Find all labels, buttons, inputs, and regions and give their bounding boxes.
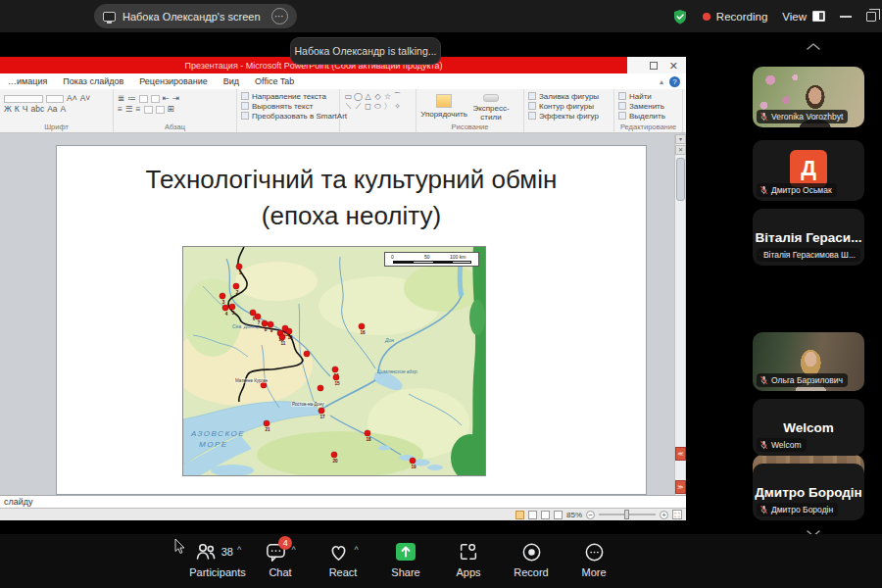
participant-tile-2[interactable]: Віталія Гераси...Віталія Герасимова Ш... [753,209,864,266]
shape-glyph-2[interactable]: △ [364,92,372,101]
bold-icon[interactable]: Ж [4,105,12,114]
ppt-menu-tab-0[interactable]: …имация [0,74,55,89]
participant-tile-0[interactable]: Veronika Vorozhbyt [753,67,864,127]
scroll-up-icon[interactable]: ▾ [675,134,686,144]
more-button[interactable]: More [563,536,625,578]
scrollbar-thumb[interactable] [676,158,685,201]
map-label-4: Цимлянское вдхр. [377,368,418,374]
shape-style-button-0-icon [528,92,536,100]
editing-button-2-label: Выделить [629,112,665,121]
reading-view-icon[interactable] [541,511,550,519]
apps-button[interactable]: Apps [437,536,500,578]
shape-glyph-5[interactable]: ⌒ [393,92,402,101]
map-dot-1 [236,264,242,270]
paragraph-button-1[interactable]: Выровнять текст [241,101,335,111]
shape-style-button-2[interactable]: Эффекты фигур [528,111,610,121]
ppt-menu-tab-2[interactable]: Рецензирование [131,74,216,89]
react-icon-row: ^ [327,540,358,564]
restore-window-button[interactable] [866,12,876,22]
shape-glyph-6[interactable]: ⟍ [344,102,353,111]
ppt-menu-tab-3[interactable]: Вид [216,74,247,89]
help-icon[interactable]: ? [669,76,680,87]
arrange-button[interactable]: Упорядочить [420,92,467,122]
slide-map: 123456789101112131614151721182019 0 50 1… [182,246,486,476]
shapes-gallery[interactable]: ▭◯△◇☆⌒⟍⟋◻⬭〉✧ [340,89,416,132]
fit-slide-button[interactable]: ⛶ [672,510,682,519]
scroll-participants-up-icon[interactable] [799,40,828,52]
avatar-letter: Д [790,150,827,187]
shape-style-button-0[interactable]: Заливка фигуры [528,91,610,101]
font-size-select[interactable] [46,95,64,103]
record-button[interactable]: Record [500,536,563,578]
shape-style-buttons: Заливка фигурыКонтур фигурыЭффекты фигур [524,89,614,132]
shape-glyph-1[interactable]: ◯ [354,92,363,101]
arrange-icon [436,94,452,108]
chevron-up-icon[interactable]: ^ [291,545,295,555]
shape-glyph-8[interactable]: ◻ [364,102,372,111]
ppt-menu-tab-1[interactable]: Показ слайдов [55,74,131,89]
editing-button-2[interactable]: Выделить [618,111,678,121]
recording-dot-icon [703,13,710,21]
participant-tile-1[interactable]: ДДмитро Осьмак [753,140,864,201]
ppt-vertical-scrollbar[interactable]: ▾ ✕ ≪ ≫ [674,134,685,495]
italic-icon[interactable]: К [15,105,20,114]
slideshow-view-icon[interactable] [554,511,563,519]
change-case-icon[interactable]: Aa [47,105,57,114]
zoom-out-button[interactable]: − [586,511,595,519]
participants-icon-row: 38^ [194,540,241,564]
map-label-2: Дон [385,337,394,343]
editing-button-1[interactable]: Заменить [618,101,678,111]
record-label: Record [514,566,548,578]
chat-badge: 4 [278,536,292,550]
ppt-notes-pane[interactable]: слайду [0,495,686,508]
ribbon-collapse-icon[interactable]: ▴ [660,77,663,86]
shape-glyph-11[interactable]: ✧ [393,102,402,111]
apps-icon-row [458,540,479,564]
ppt-menu-tab-4[interactable]: Office Tab [247,74,302,89]
participants-button[interactable]: 38^Participants [186,536,249,578]
shape-glyph-3[interactable]: ◇ [373,92,382,101]
react-label: React [329,566,358,578]
previous-slide-button[interactable]: ≪ [675,447,686,461]
participant-tile-5[interactable]: WelcomWelcom [753,399,864,456]
font-name-select[interactable] [4,95,43,103]
shape-glyph-4[interactable]: ☆ [383,92,392,101]
next-slide-button[interactable]: ≫ [675,480,686,494]
normal-view-icon[interactable] [515,511,524,519]
zoom-slider[interactable] [599,514,656,515]
shape-style-button-1[interactable]: Контур фигуры [528,101,610,111]
chevron-up-icon[interactable]: ^ [354,545,358,555]
slide-sorter-view-icon[interactable] [528,511,537,519]
shape-glyph-10[interactable]: 〉 [383,102,392,111]
chevron-up-icon[interactable]: ^ [237,545,241,555]
minimize-button[interactable] [840,16,852,18]
shape-glyph-7[interactable]: ⟋ [354,102,363,111]
map-dot-2 [233,283,239,289]
participant-tile-6[interactable]: Дмитро БородінДмитро Бородін [753,464,864,520]
paragraph-button-2[interactable]: Преобразовать в SmartArt [241,111,335,121]
security-shield-icon[interactable] [672,9,688,24]
participant-tile-3[interactable]: Ольга Барзилович [753,332,864,391]
view-button[interactable]: View [782,11,825,23]
share-button[interactable]: Share [374,536,437,578]
scroll-close-icon[interactable]: ✕ [675,145,686,155]
ribbon-group-paragraph: ≣≔⇤⇥ ≡☰≡⊞ Абзац [114,89,237,132]
ppt-close-icon[interactable]: ✕ [669,62,678,70]
map-dot-number: 17 [319,415,325,419]
ppt-restore-icon[interactable] [650,62,658,70]
zoom-in-button[interactable]: + [660,511,668,519]
shared-screen-tab[interactable]: Набока Олександр's screen ⋯ [94,4,297,28]
quick-styles-button[interactable]: Экспресс-стили [467,92,514,122]
shape-glyph-9[interactable]: ⬭ [373,102,382,111]
react-button[interactable]: ^React [312,536,374,578]
editing-group-label: Редактирование [614,122,682,131]
editing-button-0[interactable]: Найти [618,91,678,101]
shape-glyph-0[interactable]: ▭ [344,92,353,101]
underline-icon[interactable]: Ч [23,105,28,114]
paragraph-button-0[interactable]: Направление текста [241,91,335,101]
map-dot- [318,385,323,391]
strikethrough-icon[interactable]: abc [30,105,44,114]
tab-options-icon[interactable]: ⋯ [271,8,288,24]
font-color-icon[interactable]: A [61,105,67,114]
chat-button[interactable]: 4^Chat [249,536,312,578]
